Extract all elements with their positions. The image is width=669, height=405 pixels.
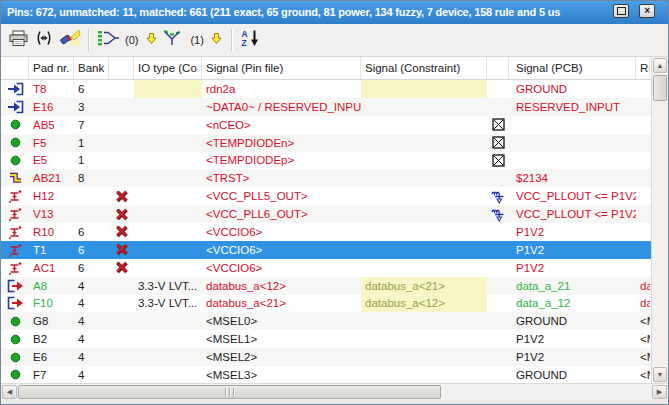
connect-button[interactable] [95, 27, 121, 53]
table-row[interactable]: E163~DATA0~ / RESERVED_INPUTRESERVED_INP… [1, 98, 651, 116]
toolbar-separator [231, 29, 233, 51]
column-header-constraint-status[interactable] [487, 57, 509, 79]
filter-count-label: (1) [190, 34, 203, 46]
mismatch-flag [109, 116, 134, 134]
rule-cell: da [636, 277, 650, 295]
io-type [134, 134, 202, 152]
plug-icon [487, 205, 509, 223]
table-row[interactable]: AB218<TRST>$2134 [1, 169, 651, 187]
signal-pcb: VCC_PLLOUT <= P1V2 [509, 187, 636, 205]
vertical-scroll-thumb[interactable] [653, 75, 667, 101]
io-type [134, 259, 202, 277]
yellow-arrow-down-icon [146, 31, 157, 49]
constraint-status [487, 312, 509, 330]
table-row[interactable]: E64<MSEL2>P1V2<M [1, 348, 651, 366]
column-header-signal-constraint[interactable]: Signal (Constraint) [361, 57, 487, 79]
table-row[interactable]: V13<VCC_PLL6_OUT>VCC_PLLOUT <= P1V2 [1, 205, 651, 223]
table-row[interactable]: T86rdn2aGROUND [1, 80, 651, 98]
arrow-right-icon: ▶ [657, 388, 662, 396]
rule-cell [636, 205, 650, 223]
mismatch-x-icon [109, 205, 134, 223]
column-header-rule[interactable]: Ru [636, 57, 650, 79]
printer-icon [8, 30, 29, 51]
horizontal-scrollbar[interactable]: ◀ ▶ [1, 383, 668, 400]
maximize-button[interactable] [613, 4, 629, 18]
column-header-status[interactable] [109, 57, 134, 79]
table-row[interactable]: F51<TEMPDIODEn> [1, 134, 651, 152]
crossbox-icon [487, 116, 509, 134]
signal-constraint: databus_a<12> [361, 295, 487, 313]
column-header-bank[interactable]: Bank [74, 57, 109, 79]
table-row[interactable]: F74<MSEL3>GROUND<M [1, 366, 651, 383]
mismatch-x-icon [109, 223, 134, 241]
signal-constraint [361, 259, 487, 277]
print-button[interactable] [5, 27, 31, 53]
constraint-status [487, 295, 509, 313]
table-row[interactable]: A843.3-V LVT...databus_a<12>databus_a<21… [1, 277, 651, 295]
io-type [134, 348, 202, 366]
connect-count-label: (0) [125, 34, 138, 46]
close-button[interactable]: × [639, 4, 655, 18]
signal-constraint [361, 80, 487, 98]
signal-pin-file: <TEMPDIODEp> [202, 152, 361, 170]
signal-constraint [361, 223, 487, 241]
column-header-signal-pcb[interactable]: Signal (PCB) [509, 57, 636, 79]
app-window: Pins: 672, unmatched: 11, matched: 661 (… [0, 0, 669, 405]
column-header-io-type[interactable]: IO type (Co [134, 57, 202, 79]
signal-pcb: P1V2 [509, 223, 636, 241]
yellow-arrow-down-icon [211, 31, 222, 49]
rule-cell [636, 80, 650, 98]
dot-icon [1, 312, 29, 330]
connect-dropdown-button[interactable] [142, 27, 160, 53]
signal-pcb: GROUND [509, 366, 636, 383]
scroll-down-button[interactable]: ▼ [653, 367, 667, 382]
signal-pin-file: <VCC_PLL6_OUT> [202, 205, 361, 223]
table-row[interactable]: F1043.3-V LVT...databus_a<21>databus_a<1… [1, 295, 651, 313]
fit-columns-button[interactable] [31, 27, 57, 53]
bank-number: 1 [74, 152, 109, 170]
crossbox-icon [487, 134, 509, 152]
column-header-label: Pad nr. [33, 62, 69, 74]
pad-number: F5 [29, 134, 74, 152]
table-row[interactable]: T16<VCCIO6>P1V2 [1, 241, 651, 259]
column-header-icon[interactable] [1, 57, 29, 79]
power-icon [1, 205, 29, 223]
table-row[interactable]: AB57<nCEO> [1, 116, 651, 134]
rule-cell [636, 98, 650, 116]
column-header-label: Signal (PCB) [516, 62, 582, 74]
import-icon [1, 98, 29, 116]
export-icon [1, 295, 29, 313]
table-header: Pad nr. Bank IO type (Co Signal (Pin fil… [1, 57, 651, 80]
table-row[interactable]: AC16<VCCIO6>P1V2 [1, 259, 651, 277]
horizontal-scroll-thumb[interactable] [18, 385, 441, 399]
table-row[interactable]: B24<MSEL1>P1V2<M [1, 330, 651, 348]
bank-number: 4 [74, 330, 109, 348]
signal-constraint: databus_a<21> [361, 277, 487, 295]
filter-dropdown-button[interactable] [208, 27, 226, 53]
column-header-signal-pin-file[interactable]: Signal (Pin file) [202, 57, 361, 79]
table-row[interactable]: G84<MSEL0>GROUND<M [1, 312, 651, 330]
io-type [134, 80, 202, 98]
table-row[interactable]: H12<VCC_PLL5_OUT>VCC_PLLOUT <= P1V2 [1, 187, 651, 205]
vertical-scrollbar[interactable]: ▲ ▼ [651, 57, 668, 383]
scroll-up-button[interactable]: ▲ [653, 58, 667, 73]
rule-cell: <M [636, 348, 650, 366]
signal-pin-file: <VCCIO6> [202, 259, 361, 277]
constraint-status [487, 366, 509, 383]
signal-pin-file: <TEMPDIODEn> [202, 134, 361, 152]
toolbar-separator [88, 29, 90, 51]
column-header-pad-nr[interactable]: Pad nr. [29, 57, 74, 79]
filter-icon [161, 29, 185, 51]
table-row[interactable]: E51<TEMPDIODEp> [1, 152, 651, 170]
bank-number: 6 [74, 223, 109, 241]
mismatch-flag [109, 366, 134, 383]
table-row[interactable]: R106<VCCIO6>P1V2 [1, 223, 651, 241]
pad-number: A8 [29, 277, 74, 295]
sort-az-button[interactable]: AZ [238, 27, 264, 53]
filter-button[interactable] [160, 27, 186, 53]
scroll-right-button[interactable]: ▶ [652, 385, 667, 399]
scroll-left-button[interactable]: ◀ [2, 385, 17, 399]
rule-cell [636, 116, 650, 134]
highlight-button[interactable] [57, 27, 83, 53]
bank-number: 6 [74, 80, 109, 98]
